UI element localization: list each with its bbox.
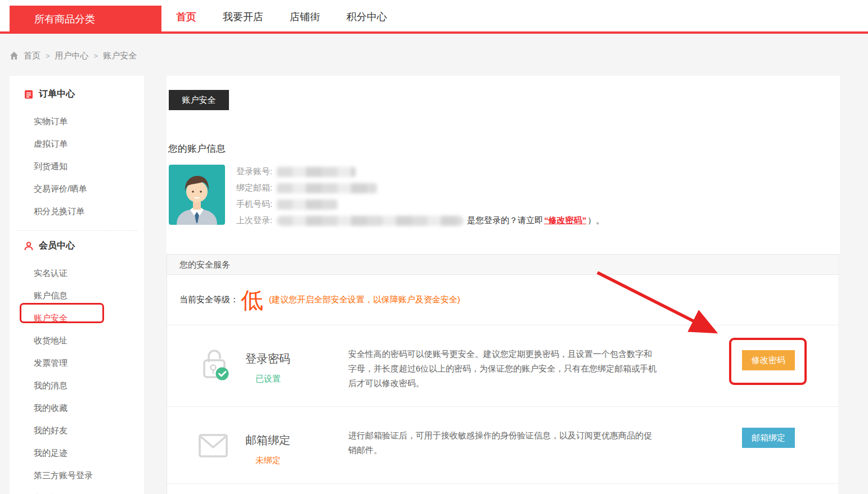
security-level-hint: (建议您开启全部安全设置，以保障账户及资金安全) xyxy=(269,294,460,305)
sidebar-section-order-center: 订单中心 xyxy=(10,88,144,100)
sidebar-item-friends[interactable]: 我的好友 xyxy=(10,419,144,442)
field-phone: 手机号码: xyxy=(236,196,604,212)
all-categories-button[interactable]: 所有商品分类 xyxy=(10,6,161,33)
sidebar-item-arrival-notice[interactable]: 到货通知 xyxy=(10,155,144,178)
service-description: 进行邮箱验证后，可用于接收敏感操作的身份验证信息，以及订阅更优惠商品的促 销邮件… xyxy=(348,428,652,457)
security-services-panel: 您的安全服务 当前安全等级： 低 (建议您开启全部安全设置，以保障账户及资金安全… xyxy=(167,254,839,494)
service-title: 登录密码 xyxy=(245,351,290,366)
lock-icon xyxy=(199,347,231,384)
nav-item-home[interactable]: 首页 xyxy=(176,10,196,24)
account-info-title: 您的账户信息 xyxy=(168,142,226,155)
service-description: 安全性高的密码可以使账号更安全。建议您定期更换密码，且设置一个包含数字和 字母，… xyxy=(348,347,656,391)
top-navigation: 首页 我要开店 店铺街 积分中心 xyxy=(176,0,387,34)
security-level-value: 低 xyxy=(241,289,263,311)
breadcrumb-user-center[interactable]: 用户中心 xyxy=(55,51,89,61)
status-badge: 已设置 xyxy=(255,374,281,384)
breadcrumb-account-security: 账户安全 xyxy=(103,51,137,61)
nav-item-shop-street[interactable]: 店铺街 xyxy=(290,10,320,24)
masked-value xyxy=(277,167,356,177)
field-label: 绑定邮箱: xyxy=(236,183,272,193)
sidebar-item-real-name[interactable]: 实名认证 xyxy=(10,262,144,284)
masked-value xyxy=(277,183,377,193)
nav-item-points-center[interactable]: 积分中心 xyxy=(347,10,387,24)
home-icon xyxy=(10,51,19,60)
sidebar-section-member-center: 会员中心 xyxy=(10,240,144,252)
field-label: 登录账号: xyxy=(236,166,272,177)
breadcrumb-separator: > xyxy=(46,52,50,60)
masked-value xyxy=(277,216,464,226)
status-badge: 未绑定 xyxy=(255,455,281,466)
masked-value xyxy=(277,200,338,210)
security-level-row: 当前安全等级： 低 (建议您开启全部安全设置，以保障账户及资金安全) xyxy=(167,275,839,325)
service-title: 邮箱绑定 xyxy=(245,433,290,448)
top-header: 所有商品分类 首页 我要开店 店铺街 积分中心 xyxy=(0,0,868,34)
breadcrumb-separator: > xyxy=(94,52,98,60)
bind-email-button[interactable]: 邮箱绑定 xyxy=(742,428,795,448)
login-hint-suffix: ）。 xyxy=(587,215,604,226)
field-bound-email: 绑定邮箱: xyxy=(236,180,604,196)
security-level-label: 当前安全等级： xyxy=(179,294,239,305)
sidebar-item-physical-orders[interactable]: 实物订单 xyxy=(10,110,144,133)
page-title: 账户安全 xyxy=(169,90,229,110)
field-label: 上次登录: xyxy=(236,215,272,226)
member-icon xyxy=(24,241,34,251)
sidebar-item-settings[interactable]: 我的设置 xyxy=(10,487,144,494)
mail-icon xyxy=(199,434,228,460)
sidebar-item-footprints[interactable]: 我的足迹 xyxy=(10,442,144,464)
nav-item-open-shop[interactable]: 我要开店 xyxy=(223,10,263,24)
sidebar-item-points-orders[interactable]: 积分兑换订单 xyxy=(10,200,144,223)
field-login-account: 登录账号: xyxy=(236,164,604,180)
breadcrumb: 首页 > 用户中心 > 账户安全 xyxy=(10,36,137,75)
sidebar-item-reviews[interactable]: 交易评价/晒单 xyxy=(10,178,144,200)
field-last-login: 上次登录: 是您登录的？请立即 “修改密码” ）。 xyxy=(236,212,604,229)
login-hint-text: 是您登录的？请立即 xyxy=(467,215,543,226)
sidebar-item-favorites[interactable]: 我的收藏 xyxy=(10,397,144,419)
avatar xyxy=(169,165,225,225)
sidebar: 订单中心 实物订单 虚拟订单 到货通知 交易评价/晒单 积分兑换订单 会员中心 … xyxy=(10,76,144,494)
service-row-login-password: 登录密码 已设置 安全性高的密码可以使账号更安全。建议您定期更换密码，且设置一个… xyxy=(167,325,839,407)
sidebar-item-invoice[interactable]: 发票管理 xyxy=(10,352,144,374)
sidebar-item-shipping-address[interactable]: 收货地址 xyxy=(10,329,144,352)
field-label: 手机号码: xyxy=(236,199,272,210)
sidebar-item-account-info[interactable]: 账户信息 xyxy=(10,284,144,307)
sidebar-section-title: 会员中心 xyxy=(39,240,75,252)
security-panel-header: 您的安全服务 xyxy=(167,255,839,275)
main-content: 账户安全 您的账户信息 登录账号: 绑定邮箱: 手机号码: xyxy=(167,76,840,494)
sidebar-item-third-party-login[interactable]: 第三方账号登录 xyxy=(10,464,144,487)
service-row-email-binding: 邮箱绑定 未绑定 进行邮箱验证后，可用于接收敏感操作的身份验证信息，以及订阅更优… xyxy=(167,407,839,484)
change-password-link[interactable]: “修改密码” xyxy=(544,215,586,226)
sidebar-section-title: 订单中心 xyxy=(39,88,75,100)
sidebar-divider xyxy=(16,230,137,231)
breadcrumb-home[interactable]: 首页 xyxy=(24,51,41,61)
change-password-button[interactable]: 修改密码 xyxy=(742,350,795,370)
sidebar-item-virtual-orders[interactable]: 虚拟订单 xyxy=(10,133,144,155)
sidebar-item-account-security[interactable]: 账户安全 xyxy=(10,307,144,329)
order-icon xyxy=(24,89,34,99)
sidebar-order-list: 实物订单 虚拟订单 到货通知 交易评价/晒单 积分兑换订单 xyxy=(10,110,144,223)
account-info-fields: 登录账号: 绑定邮箱: 手机号码: 上次登录: 是您登录的？请立即 “修改密码”… xyxy=(236,164,604,229)
sidebar-member-list: 实名认证 账户信息 账户安全 收货地址 发票管理 我的消息 我的收藏 我的好友 … xyxy=(10,262,144,494)
sidebar-item-messages[interactable]: 我的消息 xyxy=(10,374,144,397)
